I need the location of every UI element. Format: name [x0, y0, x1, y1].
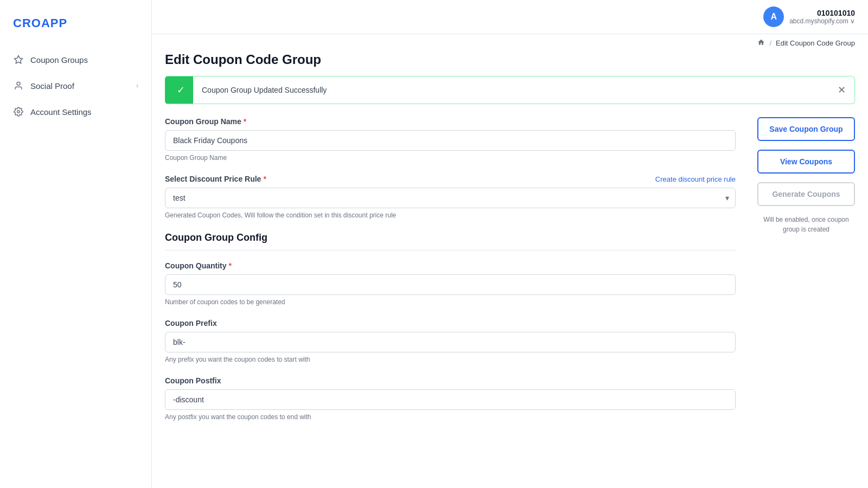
create-discount-link[interactable]: Create discount price rule — [655, 175, 736, 183]
sidebar-coupon-groups-label: Coupon Groups — [30, 55, 138, 65]
save-coupon-group-button[interactable]: Save Coupon Group — [757, 117, 855, 141]
postfix-label: Coupon Postfix — [165, 376, 736, 385]
prefix-hint: Any prefix you want the coupon codes to … — [165, 356, 736, 363]
top-bar: A 010101010 abcd.myshopify.com ∨ — [152, 0, 868, 34]
sidebar-nav: Coupon Groups Social Proof › Account Set… — [0, 47, 151, 125]
user-info[interactable]: A 010101010 abcd.myshopify.com ∨ — [763, 7, 855, 27]
coupon-group-name-section: Coupon Group Name * Coupon Group Name — [165, 117, 736, 162]
config-heading: Coupon Group Config — [165, 232, 736, 251]
sidebar-item-coupon-groups[interactable]: Coupon Groups — [0, 47, 151, 73]
generate-coupons-button[interactable]: Generate Coupons — [757, 182, 855, 206]
svg-point-2 — [17, 111, 20, 113]
quantity-label: Coupon Quantity * — [165, 261, 736, 270]
prefix-label: Coupon Prefix — [165, 319, 736, 328]
action-column: Save Coupon Group View Coupons Generate … — [736, 117, 855, 434]
page-header: Edit Coupon Code Group — [152, 52, 868, 76]
breadcrumb: / Edit Coupon Code Group — [152, 34, 868, 52]
discount-hint: Generated Coupon Codes, Will follow the … — [165, 211, 736, 219]
postfix-hint: Any postfix you want the coupon codes to… — [165, 413, 736, 421]
discount-label-row: Select Discount Price Rule * Create disc… — [165, 175, 736, 183]
postfix-section: Coupon Postfix Any postfix you want the … — [165, 376, 736, 421]
person-icon — [13, 80, 24, 91]
required-marker-2: * — [263, 175, 266, 183]
discount-rule-section: Select Discount Price Rule * Create disc… — [165, 175, 736, 219]
discount-label: Select Discount Price Rule * — [165, 175, 266, 183]
close-button[interactable]: ✕ — [829, 76, 854, 104]
discount-select-wrapper: test ▾ — [165, 188, 736, 208]
coupon-group-name-hint: Coupon Group Name — [165, 154, 736, 162]
main-content: A 010101010 abcd.myshopify.com ∨ / Edit … — [152, 0, 868, 488]
avatar: A — [763, 7, 784, 27]
breadcrumb-separator: / — [769, 39, 771, 47]
sidebar-item-account-settings[interactable]: Account Settings — [0, 99, 151, 125]
user-store: abcd.myshopify.com ∨ — [789, 17, 855, 25]
quantity-section: Coupon Quantity * Number of coupon codes… — [165, 261, 736, 306]
success-message: Coupon Group Updated Successfully — [193, 78, 829, 102]
coupon-group-name-input[interactable] — [165, 130, 736, 151]
sidebar-social-proof-label: Social Proof — [30, 81, 130, 91]
content-area: ✓ Coupon Group Updated Successfully ✕ Co… — [152, 76, 868, 434]
gear-icon — [13, 106, 24, 117]
user-id: 010101010 — [817, 9, 855, 17]
success-icon: ✓ — [168, 76, 193, 104]
quantity-input[interactable] — [165, 274, 736, 295]
svg-point-1 — [17, 82, 20, 85]
required-marker: * — [244, 117, 246, 126]
app-logo: CROAPP — [0, 11, 151, 47]
view-coupons-button[interactable]: View Coupons — [757, 150, 855, 174]
generate-note: Will be enabled, once coupon group is cr… — [757, 215, 855, 234]
form-column: Coupon Group Name * Coupon Group Name Se… — [165, 117, 736, 434]
user-details: 010101010 abcd.myshopify.com ∨ — [789, 9, 855, 25]
sidebar: CROAPP Coupon Groups Social Proof › Acco… — [0, 0, 152, 488]
coupon-group-name-label: Coupon Group Name * — [165, 117, 736, 126]
home-icon[interactable] — [757, 38, 765, 48]
svg-marker-0 — [15, 56, 23, 63]
sidebar-account-settings-label: Account Settings — [30, 107, 138, 117]
star-icon — [13, 54, 24, 65]
chevron-right-icon: › — [136, 82, 138, 89]
discount-select[interactable]: test — [165, 188, 736, 208]
page-title: Edit Coupon Code Group — [165, 52, 321, 67]
breadcrumb-current: Edit Coupon Code Group — [776, 39, 855, 47]
layout-wrapper: Coupon Group Name * Coupon Group Name Se… — [165, 117, 855, 434]
sidebar-item-social-proof[interactable]: Social Proof › — [0, 73, 151, 99]
success-banner: ✓ Coupon Group Updated Successfully ✕ — [165, 76, 855, 104]
quantity-hint: Number of coupon codes to be generated — [165, 298, 736, 306]
prefix-section: Coupon Prefix Any prefix you want the co… — [165, 319, 736, 363]
required-marker-3: * — [229, 261, 232, 270]
postfix-input[interactable] — [165, 389, 736, 410]
prefix-input[interactable] — [165, 332, 736, 352]
config-section: Coupon Group Config Coupon Quantity * Nu… — [165, 232, 736, 421]
